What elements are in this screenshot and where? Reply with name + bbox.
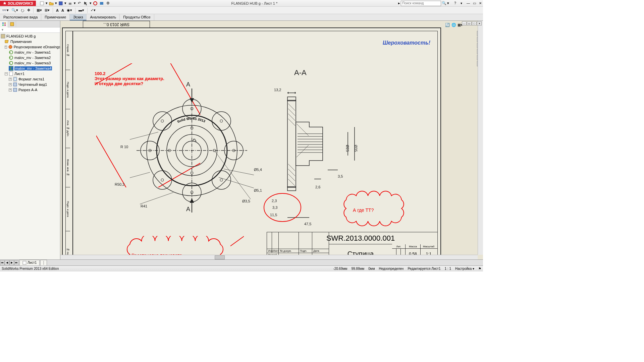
link-icon[interactable]: 👓▾ [2,8,9,13]
mdi-min-icon[interactable]: — [462,21,467,25]
drawing-canvas[interactable]: 🔄 🌐 ▦▾ — ▭ □ ✕ SWR 2013 0... Справ. [60,21,483,259]
dim-35[interactable]: 3,5 [338,174,343,178]
expand-icon[interactable]: + [9,78,12,81]
feature-tree-tab[interactable] [0,21,8,27]
minimize-button[interactable]: — [466,1,471,6]
tab-sketch[interactable]: Эскиз [70,14,87,20]
side-label: Справ. № [66,31,70,70]
tree-format[interactable]: +Формат листа1 [1,76,59,82]
dim-d25[interactable]: Ø25 [345,145,350,152]
tree-annotations[interactable]: Примечания [1,39,59,44]
options-icon[interactable] [99,1,104,6]
tree-sheet[interactable]: −Лист1 [1,71,59,76]
dim-d35v[interactable]: Ø35 [354,145,358,152]
tree-root[interactable]: FLANGED HUB g [1,34,59,39]
collapse-icon[interactable]: − [5,46,7,49]
orbit-icon[interactable]: ⭮ [20,8,25,13]
dim-d35[interactable]: Ø3,5 [242,199,250,203]
undo-icon[interactable]: ↶ [77,1,82,6]
tree-edrawings[interactable]: −Рецензирование eDrawings [1,44,59,50]
doc-title: FLANGED HUB g - Лист 1 * [111,1,398,5]
tree-view1[interactable]: +Чертежный вид1 [1,82,59,87]
display-style-icon[interactable]: ▦▾ [36,8,42,13]
tab-evaluate[interactable]: Анализировать [87,14,120,20]
select-icon[interactable] [83,1,89,6]
tree-note-2[interactable]: malov_mv - Заметка2 [1,55,59,60]
print-icon[interactable] [67,1,73,6]
property-tab[interactable] [8,21,16,27]
dim-d51[interactable]: Ø5,1 [254,188,262,192]
side-label: Подп. и дата [66,70,70,109]
text-icon[interactable]: A [56,8,59,13]
svg-point-45 [161,179,164,181]
svg-point-19 [10,68,11,69]
markup-roughness[interactable]: Шероховатость! [383,40,430,46]
collapse-icon[interactable]: − [5,72,8,75]
tree-filter[interactable]: ▼ [0,27,60,33]
expand-icon[interactable]: + [9,88,12,92]
tab-annotation[interactable]: Примечание [41,14,70,20]
svg-rect-92 [44,261,44,264]
hscroll[interactable] [60,255,478,259]
sheet-tab-1[interactable]: Лист1 [19,260,40,266]
sheet-next-icon[interactable]: ▶ [9,260,14,265]
zoom-fit-icon[interactable]: 🔍▾ [11,8,18,13]
search-icon[interactable]: 🔍 [442,1,446,5]
svg-rect-23 [13,83,17,86]
mdi-close-icon[interactable]: ✕ [477,21,482,25]
tab-office[interactable]: Продукты Office [120,14,154,20]
dim-132[interactable]: 13,2 [274,88,281,92]
dim-26[interactable]: 2,6 [315,185,320,189]
help-icon[interactable]: ? [452,1,458,6]
save-icon[interactable] [58,1,63,6]
front-view[interactable]: Solid Works 2013 [130,88,254,213]
svg-line-57 [130,132,158,142]
restore-button[interactable]: ▭ [472,1,477,6]
dim-r41[interactable]: R41 [141,204,147,208]
search-input[interactable] [401,1,441,6]
settings-icon[interactable]: ⚙ [105,1,111,6]
sheet-first-icon[interactable]: ⏮ [0,260,5,265]
pan-icon[interactable]: ✥ [27,8,31,13]
sheet-last-icon[interactable]: ⏭ [14,260,19,265]
svg-point-17 [10,63,11,64]
new-icon[interactable] [39,1,45,6]
view-normal-icon[interactable]: 🌐 [451,22,457,27]
side-label: Подп. и дата [66,187,70,231]
titlebar: SOLIDWORKS ▾ ▾ ▾ ▾ ↶ ▾ ⚙ FLANGED HUB g -… [0,0,483,7]
tree-note-3[interactable]: malov_mv - Заметка3 [1,60,59,66]
mdi-restore-icon[interactable]: ▭ [467,21,472,25]
mdi-max-icon[interactable]: □ [472,21,477,25]
open-icon[interactable] [49,1,54,6]
status-editing: Редактируется Лист1 [408,267,440,270]
dim-d54[interactable]: Ø5,4 [254,168,262,172]
tree-note-4[interactable]: malov_mv - Заметка4 [1,66,59,71]
tab-view-layout[interactable]: Расположение вида [0,14,41,20]
command-search: ▸ 🔍 ▾ [398,1,449,6]
dim-r10[interactable]: R 10 [120,145,128,149]
close-button[interactable]: ✕ [478,1,483,6]
markup-circle[interactable] [262,191,306,228]
status-flag-icon[interactable]: ⚑ [478,267,481,270]
svg-rect-20 [9,72,13,76]
svg-point-15 [10,57,11,58]
add-sheet-button[interactable] [40,260,47,266]
expand-icon[interactable]: + [9,83,12,86]
layer-icon[interactable]: ▬▾ [78,8,85,13]
rebuild-icon[interactable] [93,1,98,6]
grid-icon[interactable]: ⊞▾ [44,8,50,13]
surface-icon[interactable]: ✓▾ [90,8,96,13]
status-settings[interactable]: Настройка ▾ [455,267,474,270]
tree-section[interactable]: +Разрез A-A [1,87,59,93]
balloon-icon[interactable]: ◉▾ [66,8,72,13]
dim-r502[interactable]: R50,2 [115,182,124,186]
quick-access-toolbar: ▾ ▾ ▾ ▾ ↶ ▾ ⚙ [39,1,111,6]
section-arrow-a-bottom: A [186,206,190,213]
zoom-fit-icon[interactable]: 🔄 [445,22,450,27]
status-scale[interactable]: 1 : 1 [445,267,451,270]
sheet-prev-icon[interactable]: ◀ [5,260,9,265]
text2-icon[interactable]: A [61,8,64,13]
vscroll[interactable] [478,21,483,255]
tree-note-1[interactable]: malov_mv - Заметка1 [1,50,59,55]
svg-rect-91 [23,261,26,264]
